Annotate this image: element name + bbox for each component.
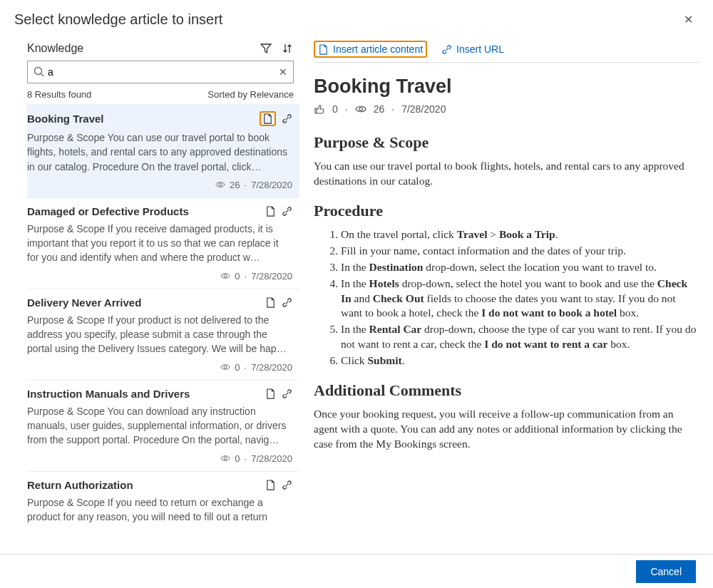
result-card[interactable]: Damaged or Defective ProductsPurpose & S… (27, 198, 299, 289)
result-views: 0 (235, 271, 240, 282)
insert-link-icon[interactable] (282, 480, 292, 490)
views-icon (220, 362, 230, 372)
result-title[interactable]: Delivery Never Arrived (27, 296, 141, 309)
result-card[interactable]: Delivery Never ArrivedPurpose & Scope If… (27, 289, 299, 381)
result-excerpt: Purpose & Scope You can download any ins… (27, 404, 292, 448)
result-date: 7/28/2020 (251, 271, 292, 282)
insert-link-icon[interactable] (282, 297, 292, 308)
cancel-button[interactable]: Cancel (636, 560, 696, 583)
result-card[interactable]: Instruction Manuals and DriversPurpose &… (27, 381, 299, 472)
procedure-step: In the Hotels drop-down, select the hote… (341, 277, 699, 321)
search-icon (34, 66, 45, 78)
dialog-title: Select knowledge article to insert (14, 11, 222, 28)
result-excerpt: Purpose & Scope If your product is not d… (27, 313, 292, 356)
search-input-wrapper[interactable]: ✕ (27, 61, 294, 83)
insert-content-icon[interactable] (265, 388, 276, 399)
knowledge-panel-title: Knowledge (27, 42, 83, 55)
search-input[interactable] (45, 63, 279, 81)
thumbs-up-icon[interactable] (314, 103, 325, 115)
paragraph-additional: Once your booking request, you will rece… (314, 407, 699, 452)
heading-additional: Additional Comments (314, 381, 699, 400)
results-list[interactable]: Booking TravelPurpose & Scope You can us… (27, 104, 299, 525)
sorted-by: Sorted by Relevance (207, 89, 294, 100)
insert-content-icon[interactable] (265, 480, 276, 490)
svg-point-3 (224, 366, 227, 368)
insert-link-icon[interactable] (282, 206, 292, 217)
result-title[interactable]: Booking Travel (27, 113, 104, 125)
views-icon (220, 271, 230, 281)
paragraph-purpose: You can use our travel portal to book fl… (314, 159, 699, 189)
article-date: 7/28/2020 (401, 103, 446, 115)
insert-content-label: Insert article content (333, 43, 423, 55)
result-date: 7/28/2020 (251, 453, 292, 464)
views-count: 26 (374, 103, 385, 115)
result-views: 0 (235, 362, 240, 373)
insert-content-icon[interactable] (265, 206, 276, 217)
svg-point-4 (224, 457, 227, 460)
procedure-step: Fill in your name, contact information a… (341, 244, 699, 259)
insert-url-button[interactable]: Insert URL (437, 41, 508, 58)
heading-purpose: Purpose & Scope (314, 133, 699, 152)
views-icon (215, 180, 225, 190)
insert-link-icon[interactable] (282, 388, 292, 399)
insert-content-icon[interactable] (260, 111, 276, 126)
result-date: 7/28/2020 (251, 180, 292, 190)
results-count: 8 Results found (27, 89, 91, 100)
result-card[interactable]: Return AuthorizationPurpose & Scope If y… (27, 472, 299, 525)
clear-search-icon[interactable]: ✕ (279, 66, 287, 78)
result-views: 26 (230, 180, 240, 190)
procedure-step: In the Destination drop-down, select the… (341, 260, 699, 275)
views-icon (220, 453, 230, 463)
procedure-step: On the travel portal, click Travel > Boo… (341, 227, 699, 242)
sort-icon[interactable] (281, 42, 294, 55)
result-title[interactable]: Instruction Manuals and Drivers (27, 388, 190, 400)
result-excerpt: Purpose & Scope You can use our travel p… (27, 130, 292, 174)
article-body: Purpose & Scope You can use our travel p… (314, 133, 699, 452)
svg-point-2 (224, 274, 227, 277)
close-icon[interactable]: ✕ (678, 10, 699, 29)
svg-point-1 (219, 183, 222, 186)
result-card[interactable]: Booking TravelPurpose & Scope You can us… (27, 104, 299, 198)
result-excerpt: Purpose & Scope If you receive damaged p… (27, 222, 292, 265)
insert-link-icon[interactable] (282, 113, 292, 124)
heading-procedure: Procedure (314, 202, 699, 220)
svg-point-0 (35, 68, 42, 75)
result-excerpt: Purpose & Scope If you need to return or… (27, 495, 292, 525)
insert-content-icon[interactable] (265, 297, 276, 308)
result-title[interactable]: Return Authorization (27, 479, 133, 491)
procedure-step: In the Rental Car drop-down, choose the … (341, 322, 699, 352)
views-icon (355, 103, 366, 115)
page-icon (318, 44, 329, 55)
result-date: 7/28/2020 (251, 362, 292, 373)
result-views: 0 (235, 453, 240, 464)
result-title[interactable]: Damaged or Defective Products (27, 205, 189, 217)
likes-count: 0 (332, 103, 338, 115)
article-title: Booking Travel (314, 76, 699, 98)
filter-icon[interactable] (260, 42, 272, 55)
procedure-step: Click Submit. (341, 354, 699, 368)
insert-article-content-button[interactable]: Insert article content (314, 41, 427, 58)
insert-url-label: Insert URL (456, 43, 504, 55)
link-icon (441, 44, 452, 55)
svg-point-6 (359, 108, 362, 111)
